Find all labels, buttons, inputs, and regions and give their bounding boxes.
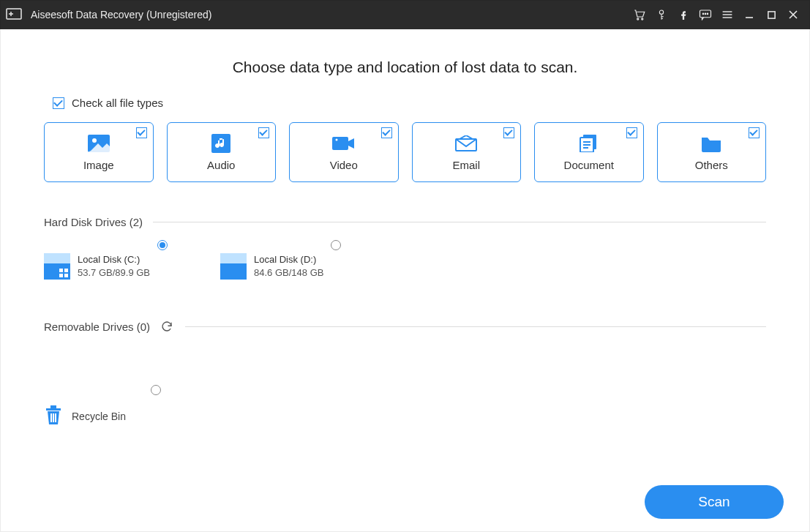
divider [185,326,766,327]
svg-rect-35 [55,413,56,422]
type-video-checkbox[interactable] [381,127,392,138]
file-type-grid: Image Audio Video Email [44,122,766,182]
image-icon [86,134,111,153]
svg-point-11 [705,13,705,14]
type-tile-document[interactable]: Document [534,122,644,182]
key-icon[interactable] [650,0,672,29]
email-icon [454,134,479,153]
svg-rect-33 [50,413,52,422]
type-email-label: Email [452,159,480,171]
recycle-bin-radio[interactable] [151,385,161,395]
section-hdd-header: Hard Disk Drives (2) [44,216,766,228]
type-tile-others[interactable]: Others [657,122,767,182]
facebook-icon[interactable] [672,0,694,29]
check-all-checkbox[interactable] [53,97,64,109]
svg-rect-23 [332,137,348,150]
check-all-file-types[interactable]: Check all file types [53,97,766,109]
drive-d-name: Local Disk (D:) [254,253,323,266]
type-tile-image[interactable]: Image [44,122,154,182]
svg-rect-32 [50,405,56,408]
svg-point-21 [92,138,97,143]
type-audio-label: Audio [207,159,235,171]
minimize-button[interactable] [738,0,760,29]
type-video-label: Video [330,159,358,171]
type-others-checkbox[interactable] [749,127,760,138]
type-image-checkbox[interactable] [136,127,147,138]
svg-rect-34 [53,413,54,422]
audio-icon [209,134,233,153]
svg-point-5 [659,10,663,14]
svg-rect-17 [768,11,774,18]
type-image-label: Image [83,159,114,171]
drive-c[interactable]: Local Disk (C:) 53.7 GB/89.9 GB [44,246,169,287]
check-all-label: Check all file types [72,97,163,109]
section-removable-title: Removable Drives (0) [44,321,150,333]
section-hdd-title: Hard Disk Drives (2) [44,216,143,228]
hdd-list: Local Disk (C:) 53.7 GB/89.9 GB Local Di… [44,246,766,287]
maximize-button[interactable] [760,0,782,29]
type-others-label: Others [695,159,728,171]
type-email-checkbox[interactable] [503,127,514,138]
drive-c-usage: 53.7 GB/89.9 GB [78,266,150,280]
recycle-bin-icon [44,404,63,429]
type-tile-email[interactable]: Email [412,122,522,182]
section-removable-header: Removable Drives (0) [44,319,766,334]
video-icon [331,134,356,153]
drive-c-name: Local Disk (C:) [78,253,150,266]
feedback-icon[interactable] [694,0,716,29]
app-logo-icon [4,5,23,24]
disk-icon [220,253,247,280]
cart-icon[interactable] [629,0,650,29]
svg-point-10 [702,13,703,14]
type-document-checkbox[interactable] [626,127,637,138]
recycle-bin-option[interactable]: Recycle Bin [44,404,168,429]
type-audio-checkbox[interactable] [258,127,269,138]
svg-point-4 [642,18,643,20]
page-heading: Choose data type and location of lost da… [44,59,766,76]
drive-d-radio[interactable] [331,240,341,250]
divider [153,222,766,222]
drive-d-usage: 84.6 GB/148 GB [254,266,323,280]
menu-icon[interactable] [716,0,738,29]
scan-button[interactable]: Scan [645,485,784,519]
refresh-icon[interactable] [160,319,175,334]
type-tile-video[interactable]: Video [289,122,399,182]
recycle-bin-label: Recycle Bin [72,411,126,422]
close-button[interactable] [782,0,804,29]
disk-icon [44,253,70,280]
drive-d[interactable]: Local Disk (D:) 84.6 GB/148 GB [220,246,342,287]
window-title: Aiseesoft Data Recovery (Unregistered) [31,9,211,20]
type-document-label: Document [564,159,614,171]
drive-c-text: Local Disk (C:) 53.7 GB/89.9 GB [78,253,150,280]
svg-point-3 [637,18,639,20]
main-panel: Choose data type and location of lost da… [0,29,810,532]
svg-point-24 [335,138,337,141]
type-tile-audio[interactable]: Audio [167,122,277,182]
titlebar: Aiseesoft Data Recovery (Unregistered) [0,0,810,29]
others-icon [699,134,724,153]
svg-point-12 [707,13,708,14]
drive-d-text: Local Disk (D:) 84.6 GB/148 GB [254,253,323,280]
svg-rect-31 [46,408,61,411]
document-icon [577,134,601,153]
drive-c-radio[interactable] [157,240,168,250]
